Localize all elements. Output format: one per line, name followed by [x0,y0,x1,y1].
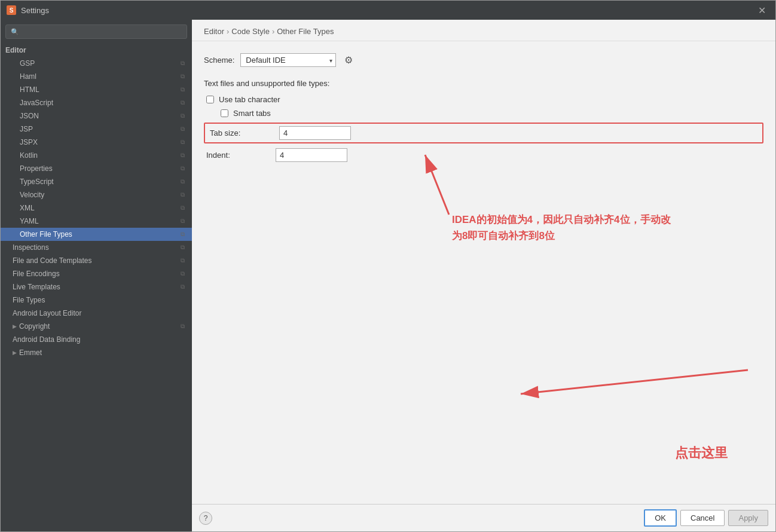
apply-button[interactable]: Apply [728,510,768,526]
search-input[interactable] [22,27,182,36]
copy-icon: ⧉ [181,191,185,198]
search-icon: 🔍 [11,28,19,36]
sidebar-item-gsp[interactable]: GSP ⧉ [1,57,192,70]
smart-tabs-checkbox[interactable] [221,109,228,117]
copy-icon: ⧉ [181,60,185,67]
indent-input[interactable] [276,148,347,162]
breadcrumb: Editor › Code Style › Other File Types [192,20,775,41]
sidebar-item-javascript[interactable]: JavaScript ⧉ [1,96,192,109]
copy-icon: ⧉ [181,257,185,264]
sidebar-item-typescript[interactable]: TypeScript ⧉ [1,175,192,188]
right-panel: Editor › Code Style › Other File Types S… [192,20,775,531]
title-bar: S Settings ✕ [1,1,775,20]
scheme-select[interactable]: Default IDE Project [240,53,336,67]
sidebar-item-jspx[interactable]: JSPX ⧉ [1,136,192,149]
sidebar-item-kotlin[interactable]: Kotlin ⧉ [1,149,192,162]
use-tab-checkbox[interactable] [206,96,214,103]
copy-icon: ⧉ [181,86,185,93]
scheme-row: Scheme: Default IDE Project ⚙ [204,53,763,67]
copy-icon: ⧉ [181,270,185,277]
sidebar-item-json[interactable]: JSON ⧉ [1,109,192,123]
sidebar-item-editor[interactable]: Editor [1,44,192,57]
cancel-button[interactable]: Cancel [680,510,725,526]
sidebar-item-yaml[interactable]: YAML ⧉ [1,215,192,228]
copy-icon: ⧉ [181,139,185,146]
content-area: Scheme: Default IDE Project ⚙ Text files… [192,41,775,504]
left-panel: 🔍 Editor GSP ⧉ Haml ⧉ [1,20,192,531]
copy-icon: ⧉ [181,283,185,291]
close-button[interactable]: ✕ [754,4,769,17]
copy-icon: ⧉ [181,218,185,225]
dialog-body: 🔍 Editor GSP ⧉ Haml ⧉ [1,20,775,531]
breadcrumb-part3: Other File Types [277,27,334,36]
use-tab-row: Use tab character [204,95,763,104]
annotation-overlay: IDEA的初始值为4，因此只自动补齐4位，手动改 为8即可自动补齐到8位 点击这… [401,119,763,492]
copy-icon: ⧉ [181,204,185,212]
breadcrumb-sep1: › [227,27,229,36]
footer-left: ? [199,512,212,525]
dialog-footer: ? OK Cancel Apply [192,504,775,531]
copy-icon: ⧉ [181,323,185,330]
sidebar-item-html[interactable]: HTML ⧉ [1,83,192,96]
copy-icon: ⧉ [181,231,185,238]
gear-button[interactable]: ⚙ [342,53,355,67]
smart-tabs-label: Smart tabs [233,109,271,118]
scheme-label: Scheme: [204,56,234,65]
sidebar-item-live-templates[interactable]: Live Templates ⧉ [1,280,192,293]
sidebar-item-file-encodings[interactable]: File Encodings ⧉ [1,267,192,280]
indent-row: Indent: [204,148,763,162]
smart-tabs-row: Smart tabs [204,109,763,118]
indent-label: Indent: [204,151,276,160]
svg-line-2 [425,155,449,215]
sidebar-item-android-data-binding[interactable]: Android Data Binding [1,333,192,346]
copy-icon: ⧉ [181,112,185,120]
use-tab-label: Use tab character [219,95,280,104]
sidebar-item-emmet[interactable]: ▶ Emmet [1,346,192,359]
dialog-title: Settings [21,6,49,15]
copy-icon: ⧉ [181,126,185,133]
svg-line-3 [521,370,748,394]
sidebar-item-file-types[interactable]: File Types [1,293,192,307]
settings-dialog: S Settings ✕ 🔍 Editor GSP ⧉ [0,0,776,532]
help-button[interactable]: ? [199,512,212,525]
sidebar-item-file-code-templates[interactable]: File and Code Templates ⧉ [1,254,192,267]
app-icon: S [7,5,16,15]
breadcrumb-part1: Editor [204,27,224,36]
breadcrumb-sep2: › [272,27,274,36]
annotation-arrows-svg [401,119,763,492]
expand-icon: ▶ [13,350,17,356]
sidebar-item-inspections[interactable]: Inspections ⧉ [1,241,192,254]
sidebar-item-copyright[interactable]: ▶ Copyright ⧉ [1,320,192,333]
annotation-text-1: IDEA的初始值为4，因此只自动补齐4位，手动改 为8即可自动补齐到8位 [452,212,671,244]
sidebar-item-jsp[interactable]: JSP ⧉ [1,123,192,136]
editor-label: Editor [5,46,185,54]
copy-icon: ⧉ [181,178,185,185]
sidebar-item-other-file-types[interactable]: Other File Types ⧉ [1,228,192,241]
sidebar-item-properties[interactable]: Properties ⧉ [1,162,192,175]
tab-size-highlight-box: Tab size: [204,123,763,143]
tree-section: Editor GSP ⧉ Haml ⧉ HTML ⧉ [1,44,192,531]
sidebar-item-velocity[interactable]: Velocity ⧉ [1,188,192,201]
copy-icon: ⧉ [181,165,185,172]
expand-icon: ▶ [13,323,17,329]
copy-icon: ⧉ [181,152,185,159]
copy-icon: ⧉ [181,73,185,80]
copy-icon: ⧉ [181,244,185,251]
search-box[interactable]: 🔍 [5,25,187,39]
breadcrumb-part2: Code Style [231,27,270,36]
section-title: Text files and unsupported file types: [204,79,763,88]
ok-button[interactable]: OK [644,509,677,527]
copy-icon: ⧉ [181,99,185,106]
annotation-text-2: 点击这里 [675,444,728,462]
sidebar-item-android-layout-editor[interactable]: Android Layout Editor [1,307,192,320]
scheme-select-wrapper: Default IDE Project [240,53,336,67]
tab-size-input[interactable] [279,126,351,140]
sidebar-item-xml[interactable]: XML ⧉ [1,201,192,215]
tab-size-label: Tab size: [207,129,279,137]
sidebar-item-haml[interactable]: Haml ⧉ [1,70,192,83]
